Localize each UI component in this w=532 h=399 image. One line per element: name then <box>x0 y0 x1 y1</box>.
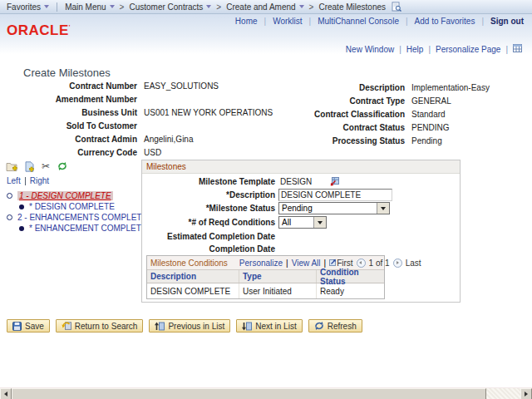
breadcrumb-customer-contracts[interactable]: Customer Contracts <box>129 2 211 12</box>
layout-grid-icon[interactable] <box>513 44 522 54</box>
field-value: Standard <box>411 110 446 119</box>
tree-item-label[interactable]: * DESIGN COMPLETE <box>29 202 115 211</box>
view-all-link[interactable]: View All <box>292 259 321 268</box>
tree-item-label[interactable]: 2 - ENHANCEMENTS COMPLETE <box>17 213 147 222</box>
tree-leaf-icon <box>19 204 24 209</box>
field-value: GENERAL <box>411 96 451 106</box>
field-label: Milestone Template <box>142 177 275 186</box>
field-value: EASY_SOLUTIONS <box>144 81 219 91</box>
divider: | <box>286 259 288 268</box>
scroll-right-button[interactable] <box>520 388 532 399</box>
estimated-completion-date-row: Estimated Completion Date <box>142 232 275 241</box>
column-header-description: Description <box>147 270 239 283</box>
page-lookup-icon[interactable] <box>392 2 401 12</box>
save-icon <box>12 322 22 331</box>
milestones-groupbox-title: Milestones <box>142 160 460 174</box>
tree-item-enhancements-complete[interactable]: 2 - ENHANCEMENTS COMPLETE <box>7 212 147 223</box>
sign-out-link[interactable]: Sign out <box>490 17 524 26</box>
completion-date-row: Completion Date <box>142 244 275 254</box>
breadcrumb-separator: > <box>216 2 221 12</box>
column-header-condition-status: Condition Status <box>317 270 384 283</box>
main-menu[interactable]: Main Menu <box>65 2 114 12</box>
dropdown-arrow-icon[interactable] <box>377 203 389 214</box>
pane-right-link[interactable]: Right <box>30 176 49 185</box>
grid-pager: First 1 of 1 Last <box>337 259 421 268</box>
field-label: Contract Type <box>274 96 405 106</box>
tree-node-icon[interactable] <box>7 193 12 199</box>
worklist-link[interactable]: Worklist <box>273 17 302 26</box>
divider: | <box>406 17 408 26</box>
add-to-favorites-link[interactable]: Add to Favorites <box>415 17 475 26</box>
field-label: Description <box>274 83 405 92</box>
grid-title: Milestone Conditions <box>150 259 228 268</box>
next-in-list-button[interactable]: Next in List <box>236 319 302 332</box>
milestone-status-select[interactable]: Pending <box>278 202 390 214</box>
favorites-menu[interactable]: Favorites <box>7 2 49 12</box>
refresh-tree-icon[interactable] <box>57 161 67 171</box>
button-label: Next in List <box>255 322 296 331</box>
field-label: Processing Status <box>274 136 405 145</box>
page-title: Create Milestones <box>23 66 111 79</box>
field-label: Contract Status <box>274 123 405 132</box>
tree-node-icon[interactable] <box>7 214 12 220</box>
favorites-label: Favorites <box>7 2 41 12</box>
pager-previous-icon[interactable] <box>357 259 366 268</box>
oracle-logo-text: ORACLE <box>7 22 69 38</box>
tree-toolbar: ✂ <box>6 160 67 172</box>
multichannel-console-link[interactable]: MultiChannel Console <box>318 17 399 26</box>
milestone-conditions-grid: Milestone Conditions Personalize | View … <box>146 255 385 299</box>
return-to-search-button[interactable]: Return to Search <box>56 319 144 332</box>
pane-left-link[interactable]: Left <box>7 176 21 185</box>
dropdown-arrow-icon[interactable] <box>313 217 326 228</box>
cell-type: User Initiated <box>239 283 317 298</box>
add-folder-icon[interactable] <box>6 161 17 171</box>
divider: | <box>481 17 484 26</box>
selected-value: Pending <box>279 204 313 213</box>
tree-item-label[interactable]: 1 - DESIGN COMPLETE <box>17 191 113 200</box>
field-row: Contract TypeGENERAL <box>274 94 490 107</box>
add-item-icon[interactable] <box>25 161 34 172</box>
cut-icon[interactable]: ✂ <box>42 161 50 171</box>
table-row: DESIGN COMPLETE User Initiated Ready <box>147 283 384 298</box>
milestones-groupbox: Milestones Milestone Template DESIGN *De… <box>141 160 461 303</box>
contract-summary-right: DescriptionImplementation-Easy Contract … <box>274 81 490 147</box>
help-link[interactable]: Help <box>406 45 424 54</box>
tree-item-design-complete-child[interactable]: * DESIGN COMPLETE <box>7 201 147 212</box>
field-row: Contract StatusPENDING <box>274 121 490 134</box>
refresh-button[interactable]: Refresh <box>308 319 362 332</box>
personalize-link[interactable]: Personalize <box>239 259 283 268</box>
scroll-right-arrow-icon <box>525 392 528 397</box>
personalize-page-link[interactable]: Personalize Page <box>436 45 500 54</box>
reqd-conditions-row: *# of Reqd Conditions All <box>142 216 327 229</box>
oracle-logo: ORACLE' <box>7 22 71 39</box>
next-in-list-icon <box>242 322 252 331</box>
selected-value: All <box>279 218 291 227</box>
crumb-label: Create Milestones <box>318 2 386 12</box>
previous-in-list-button[interactable]: Previous in List <box>149 319 230 332</box>
tree-item-label[interactable]: * ENHANCEMENT COMPLETE <box>29 224 147 233</box>
scroll-left-button[interactable] <box>0 388 12 399</box>
portal-links: Home | Worklist | MultiChannel Console |… <box>235 17 524 26</box>
scrollbar-track[interactable] <box>486 388 520 399</box>
tree-item-design-complete[interactable]: 1 - DESIGN COMPLETE <box>7 190 147 201</box>
field-label: Amendment Number <box>25 95 137 104</box>
new-window-link[interactable]: New Window <box>346 45 394 54</box>
scrollbar-thumb[interactable] <box>12 388 486 399</box>
pager-next-icon[interactable] <box>393 259 402 268</box>
field-label: Sold To Customer <box>25 121 137 131</box>
field-label: Business Unit <box>25 108 137 117</box>
field-label: *Milestone Status <box>142 204 275 213</box>
description-input[interactable] <box>278 189 392 201</box>
breadcrumb-create-and-amend[interactable]: Create and Amend <box>226 2 303 12</box>
download-grid-icon[interactable] <box>329 259 337 268</box>
transfer-icon[interactable] <box>330 175 339 190</box>
home-link[interactable]: Home <box>235 17 258 26</box>
tree-item-enhancement-complete-child[interactable]: * ENHANCEMENT COMPLETE <box>7 223 147 234</box>
horizontal-scrollbar[interactable] <box>0 387 532 399</box>
column-header-type: Type <box>239 270 317 283</box>
tree-leaf-icon <box>19 226 24 231</box>
field-value: USD <box>144 148 161 157</box>
save-button[interactable]: Save <box>7 319 50 332</box>
reqd-conditions-select[interactable]: All <box>278 216 327 229</box>
field-row: Currency CodeUSD <box>25 145 273 159</box>
